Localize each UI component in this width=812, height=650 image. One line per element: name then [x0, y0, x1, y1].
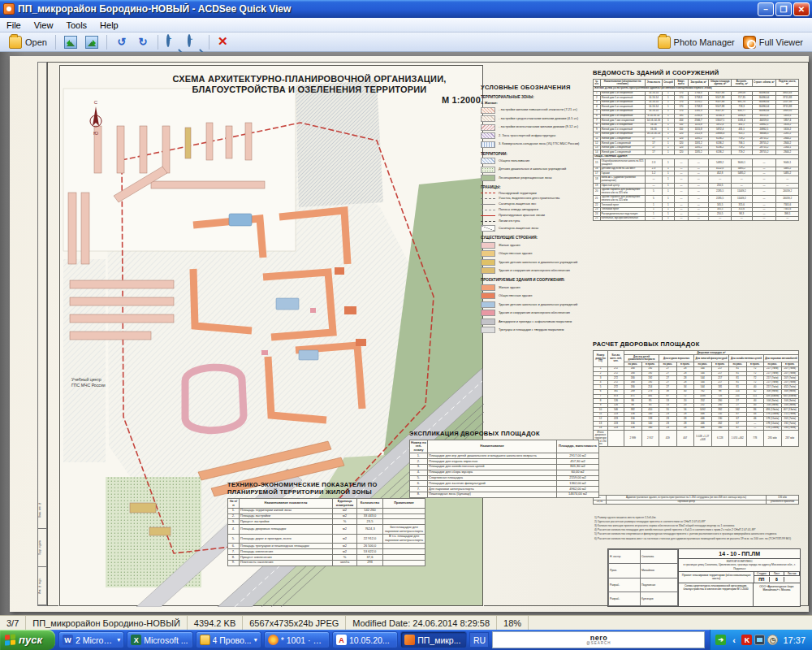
legend-item: Проектируемые красные линии — [481, 214, 604, 217]
table-cell: — — [645, 176, 662, 183]
kaspersky-icon[interactable] — [741, 635, 752, 645]
toolbar-separator — [209, 35, 209, 50]
table-cell: 2-3 — [645, 159, 662, 167]
drawing-title: СХЕМА АРХИТЕКТУРНО-ПЛАНИРОВОЧНОЙ ОРГАНИЗ… — [115, 74, 503, 106]
table-cell: 6 228 — [711, 431, 729, 447]
notes-block: 1) Размер одного машино-места принят 2,5… — [594, 516, 797, 541]
taskbar-task-button[interactable]: * 1001 · В... — [264, 631, 330, 648]
table-cell: 457,30 м2 — [557, 459, 599, 465]
rotate-left-button[interactable]: ↺ — [111, 34, 132, 50]
note-item: 3) Количество жильцов принято из расчета… — [594, 524, 797, 527]
table-cell: Площадь озеленения — [240, 549, 333, 555]
table-cell: 1 — [663, 159, 675, 167]
table-cell: 2. — [228, 514, 240, 519]
table-cell: — — [674, 216, 688, 221]
table-cell: 5. — [228, 534, 240, 544]
legend-section-heading: ГРАНИЦЫ: — [481, 185, 604, 189]
zoom-in-button[interactable]: + — [162, 34, 184, 50]
menu-help[interactable]: Help — [93, 20, 125, 31]
col-header: Кол-во жите- лей, чел. — [608, 351, 624, 367]
language-indicator[interactable]: RU — [469, 632, 489, 648]
system-tray: ‹ 17:37 — [710, 630, 812, 650]
table-cell: 3. — [228, 519, 240, 525]
table-cell: 4962,00 м2 — [557, 487, 599, 492]
col-header: Застройка, м² — [688, 80, 709, 87]
menu-tools[interactable]: Tools — [59, 20, 93, 31]
table-row: 8.Пешеходная зона (бульвар)14674,00 м2 — [410, 492, 599, 497]
display-icon[interactable] — [754, 635, 765, 645]
image-viewport[interactable]: Инв. № подл. Подп. и дата Взам. инв. № — [0, 52, 812, 615]
rotate-right-button[interactable]: ↻ — [132, 34, 153, 50]
close-button[interactable]: ✕ — [793, 2, 810, 16]
menu-file[interactable]: File — [0, 20, 28, 31]
legend: УСЛОВНЫЕ ОБОЗНАЧЕНИЯ ТЕРРИТОРИАЛЬНЫЕ ЗОН… — [481, 84, 604, 336]
scheduler-icon[interactable] — [767, 635, 778, 645]
legend-item-label: Лесопарковые рекреационные зоны — [499, 176, 552, 180]
table-cell: м2 — [333, 514, 357, 519]
table-cell: 26 500,0 — [357, 544, 383, 549]
note-item: 1) Размер одного машино-места принят 2,5… — [594, 516, 797, 519]
table-cell: Здание паркинга для размещения личного а… — [600, 195, 645, 202]
tep-title-line2: ПЛАНИРУЕМОЙ ТЕРРИТОРИИ ЖИЛОЙ ЗОНЫ — [227, 489, 425, 496]
taskbar-task-button[interactable]: 4 Прово...▾ — [196, 631, 261, 648]
delete-button[interactable]: ✕ — [214, 34, 235, 50]
zoom-in-icon: + — [166, 34, 170, 47]
fill-blue-swatch — [481, 301, 495, 308]
table-cell: 2285,5 — [709, 195, 732, 202]
minimize-button[interactable]: – — [758, 2, 774, 16]
table-cell: 2 917 — [641, 431, 659, 447]
compass-south-label: Ю — [93, 131, 98, 136]
acdsee-icon — [404, 635, 415, 645]
legend-item-label: Общественные здания — [499, 294, 532, 297]
table-cell: 23,31 — [594, 500, 607, 505]
photo-manager-label: Photo Manager — [674, 37, 735, 47]
nero-search-bar[interactable]: nero @SEARCH — [492, 631, 705, 648]
next-image-button[interactable] — [81, 34, 102, 50]
legend-item: Здания и сооружения инженерного обеспече… — [481, 267, 604, 274]
table-cell: — — [688, 188, 709, 195]
table-cell: 6. — [228, 544, 240, 549]
svg-text:ГПС МЧС России: ГПС МЧС России — [71, 383, 106, 388]
previous-image-button[interactable] — [60, 34, 81, 50]
table-cell: — — [752, 176, 776, 183]
table-cell: — — [688, 195, 709, 202]
table-row: 7.Площадь озеленениям253 622,0 — [228, 549, 425, 555]
table-cell: 5483,2 — [709, 159, 732, 167]
legend-item: Тротуары и площадки с твердым покрытием — [481, 327, 604, 333]
table-cell: Плотность населения — [240, 560, 333, 566]
table-cell: — — [688, 176, 709, 183]
fill-orange-swatch — [481, 284, 495, 291]
col-header: Примечание — [383, 499, 425, 509]
taskbar-task-button[interactable]: Microsoft ... — [127, 631, 192, 648]
taskbar-task-button[interactable]: 10.05.20... — [332, 631, 398, 648]
taskbar-task-button[interactable]: 2 Micros...▾ — [58, 631, 124, 648]
table-cell: 9. — [228, 560, 240, 566]
table-cell: 9040,1 — [776, 159, 799, 167]
legend-item-label: Участка, выделенного для строительства — [499, 197, 559, 200]
menu-view[interactable]: View — [28, 20, 60, 31]
photo-manager-button[interactable]: Photo Manager — [654, 34, 739, 50]
map-label-training-center: Учебный центр ГПС МЧС России — [71, 377, 106, 388]
table-cell: Торговый центр — [607, 500, 767, 505]
table-cell: 1. — [410, 453, 428, 459]
zoom-out-button[interactable]: − — [184, 34, 205, 50]
table-cell: — — [776, 216, 799, 221]
hide-icons-chevron-icon[interactable]: ‹ — [728, 635, 739, 645]
fill-tan-swatch — [481, 250, 495, 257]
drawing-title-line1: СХЕМА АРХИТЕКТУРНО-ПЛАНИРОВОЧНОЙ ОРГАНИЗ… — [115, 74, 503, 84]
nero-tray-icon[interactable] — [715, 635, 726, 645]
open-button[interactable]: Open — [5, 34, 51, 50]
table-row: Н. контр.Соколова — [609, 550, 678, 564]
table-cell: 24059,2 — [776, 188, 799, 195]
start-button[interactable]: пуск — [0, 630, 55, 650]
table-cell: Разраб. — [609, 578, 641, 592]
table-cell: Подлозная — [640, 578, 677, 592]
full-viewer-button[interactable]: Full Viewer — [739, 34, 807, 50]
task-label: Microsoft ... — [144, 635, 188, 645]
table-cell: 53 622,0 — [357, 549, 383, 555]
taskbar-task-button[interactable]: ПП_микр... — [400, 631, 466, 648]
stamp-stage-label: Стадия — [754, 572, 770, 575]
line-dashdot-swatch — [481, 198, 495, 199]
maximize-button[interactable]: ❐ — [775, 2, 792, 16]
dots-green-swatch — [481, 167, 495, 173]
